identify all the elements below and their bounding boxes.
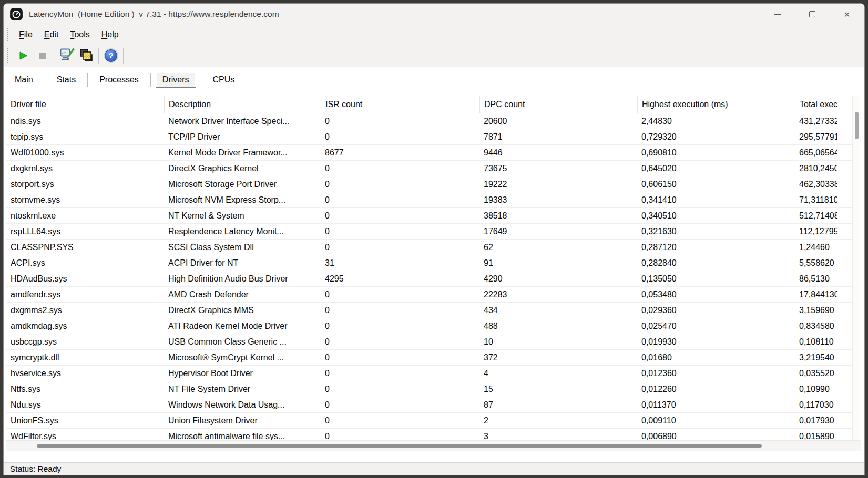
cell-description: Microsoft antimalware file sys... — [164, 429, 321, 441]
table-row[interactable]: rspLLL64.sysResplendence Latency Monit..… — [6, 224, 852, 240]
menu-edit[interactable]: Edit — [38, 28, 65, 41]
menubar-gripper[interactable] — [7, 28, 9, 41]
cell-driver-file: amdkmdag.sys — [6, 318, 164, 334]
table-row[interactable]: ndis.sysNetwork Driver Interface Speci..… — [6, 113, 852, 129]
table-row[interactable]: ACPI.sysACPI Driver for NT31910,2828405,… — [6, 255, 852, 271]
cell-isr-count: 0 — [321, 397, 479, 412]
close-button[interactable]: ✕ — [830, 4, 864, 25]
table-row[interactable]: dxgmms2.sysDirectX Graphics MMS04340,029… — [6, 303, 852, 318]
table-row[interactable]: ntoskrnl.exeNT Kernel & System0385180,34… — [6, 208, 852, 224]
cell-isr-count: 0 — [321, 287, 479, 302]
start-monitor-button[interactable] — [14, 46, 33, 65]
menu-help[interactable]: Help — [96, 28, 125, 41]
table-row[interactable]: dxgkrnl.sysDirectX Graphics Kernel073675… — [6, 161, 852, 176]
cell-highest-execution: 0,135050 — [637, 271, 795, 286]
tab-processes[interactable]: Processes — [93, 72, 146, 88]
column-header-total-execution[interactable]: Total execution (ms) — [795, 96, 837, 113]
vertical-scrollbar[interactable] — [852, 96, 861, 440]
cell-highest-execution: 0,053480 — [637, 287, 795, 302]
tab-stats[interactable]: Stats — [50, 72, 83, 88]
horizontal-scrollbar[interactable] — [6, 440, 861, 451]
tab-cpus[interactable]: CPUs — [206, 72, 242, 88]
cell-driver-file: Ntfs.sys — [6, 381, 164, 397]
column-header-highest-execution[interactable]: Highest execution (ms) — [637, 96, 795, 113]
tab-main[interactable]: Main — [8, 72, 40, 88]
tab-separator — [201, 73, 201, 87]
cell-isr-count: 0 — [321, 129, 479, 144]
cell-highest-execution: 0,019930 — [637, 334, 795, 349]
cell-total-execution: 71,311810 — [795, 192, 837, 207]
table-row[interactable]: stornvme.sysMicrosoft NVM Express Storp.… — [6, 192, 852, 208]
cell-isr-count: 8677 — [321, 145, 479, 160]
cell-total-execution: 665,065640 — [795, 145, 837, 160]
table-row[interactable]: HDAudBus.sysHigh Definition Audio Bus Dr… — [6, 271, 852, 287]
table-row[interactable]: amdkmdag.sysATI Radeon Kernel Mode Drive… — [6, 318, 852, 334]
help-button[interactable]: ? — [101, 46, 120, 65]
cell-total-execution: 3,219540 — [795, 350, 837, 365]
table-row[interactable]: Ntfs.sysNT File System Driver0150,012260… — [6, 381, 852, 397]
table-row[interactable]: Ndu.sysWindows Network Data Usag...0870,… — [6, 397, 852, 413]
table-row[interactable]: storport.sysMicrosoft Storage Port Drive… — [6, 176, 852, 192]
vertical-scrollbar-thumb[interactable] — [855, 112, 859, 139]
cell-description: AMD Crash Defender — [164, 287, 321, 302]
table-row[interactable]: Wdf01000.sysKernel Mode Driver Framewor.… — [6, 145, 852, 161]
cell-total-execution: 86,5130 — [795, 271, 837, 286]
table-row[interactable]: usbccgp.sysUSB Common Class Generic ...0… — [6, 334, 852, 350]
cell-highest-execution: 0,287120 — [637, 240, 795, 255]
column-header-driver-file[interactable]: Driver file — [6, 96, 164, 113]
table-row[interactable]: amdfendr.sysAMD Crash Defender0222830,05… — [6, 287, 852, 303]
cell-total-execution: 112,127950 — [795, 224, 837, 239]
cell-total-execution: 0,035520 — [795, 366, 837, 381]
cell-dpc-count: 22283 — [479, 287, 637, 302]
cell-dpc-count: 38518 — [479, 208, 637, 223]
horizontal-scrollbar-thumb[interactable] — [37, 444, 762, 448]
analyze-report-button[interactable] — [58, 46, 77, 65]
cell-driver-file: ACPI.sys — [6, 255, 164, 271]
cell-total-execution: 512,714080 — [795, 208, 837, 223]
table-row[interactable]: WdFilter.sysMicrosoft antimalware file s… — [6, 429, 852, 441]
maximize-button[interactable] — [795, 4, 830, 25]
cell-driver-file: symcryptk.dll — [6, 350, 164, 365]
cell-dpc-count: 15 — [479, 381, 637, 397]
menu-tools[interactable]: Tools — [64, 28, 95, 41]
stop-monitor-button[interactable] — [33, 46, 52, 65]
column-header-isr-count[interactable]: ISR count — [321, 96, 479, 113]
toolbar-separator — [123, 48, 124, 64]
cell-description: ATI Radeon Kernel Mode Driver — [164, 318, 321, 334]
table-row[interactable]: symcryptk.dllMicrosoft® SymCrypt Kernel … — [6, 350, 852, 366]
menu-file[interactable]: File — [13, 28, 38, 41]
cell-highest-execution: 0,006890 — [637, 429, 795, 441]
cell-driver-file: CLASSPNP.SYS — [6, 240, 164, 255]
table-row[interactable]: UnionFS.sysUnion Filesystem Driver020,00… — [6, 413, 852, 429]
cell-description: High Definition Audio Bus Driver — [164, 271, 321, 286]
cell-isr-count: 0 — [321, 208, 479, 223]
column-header-dpc-count[interactable]: DPC count — [479, 96, 637, 113]
cell-description: TCP/IP Driver — [164, 129, 321, 144]
table-row[interactable]: CLASSPNP.SYSSCSI Class System Dll0620,28… — [6, 240, 852, 255]
cell-dpc-count: 2 — [479, 413, 637, 428]
cell-total-execution: 0,017930 — [795, 413, 837, 428]
cell-description: NT File System Driver — [164, 381, 321, 397]
cell-driver-file: rspLLL64.sys — [6, 224, 164, 239]
column-header-description[interactable]: Description — [164, 96, 321, 113]
table-row[interactable]: tcpip.sysTCP/IP Driver078710,729320295,5… — [6, 129, 852, 145]
processes-window-button[interactable] — [77, 46, 96, 65]
table-row[interactable]: hvservice.sysHypervisor Boot Driver040,0… — [6, 366, 852, 381]
cell-highest-execution: 0,690810 — [637, 145, 795, 160]
cell-driver-file: WdFilter.sys — [6, 429, 164, 441]
cell-driver-file: storport.sys — [6, 176, 164, 192]
cell-highest-execution: 0,341410 — [637, 192, 795, 207]
tab-drivers[interactable]: Drivers — [156, 72, 196, 88]
cell-description: DirectX Graphics MMS — [164, 303, 321, 318]
cell-total-execution: 17,844130 — [795, 287, 837, 302]
cell-driver-file: hvservice.sys — [6, 366, 164, 381]
toolbar-gripper[interactable] — [7, 48, 9, 63]
cell-highest-execution: 0,729320 — [637, 129, 795, 144]
cell-driver-file: amdfendr.sys — [6, 287, 164, 302]
cell-dpc-count: 19383 — [479, 192, 637, 207]
minimize-button[interactable] — [760, 4, 795, 25]
cell-highest-execution: 0,025470 — [637, 318, 795, 334]
cell-highest-execution: 0,282840 — [637, 255, 795, 271]
titlebar[interactable]: LatencyMon (Home Edition ) v 7.31 - http… — [4, 4, 864, 25]
cell-driver-file: ndis.sys — [6, 113, 164, 129]
